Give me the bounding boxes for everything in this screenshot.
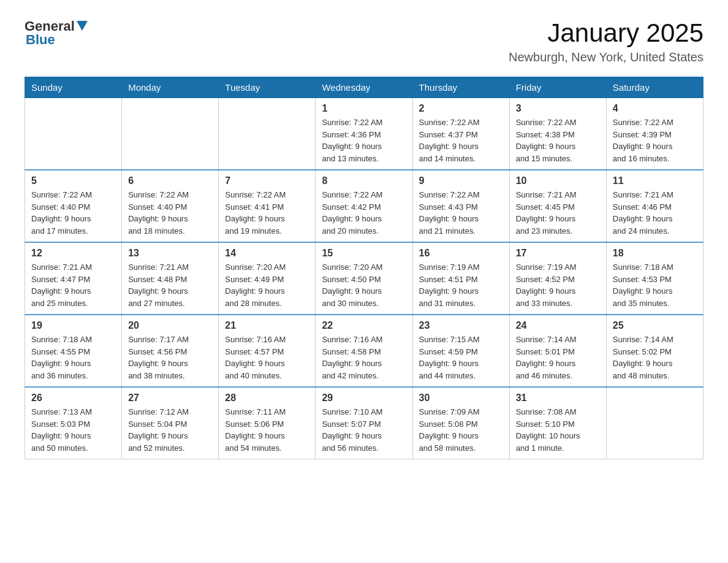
calendar-cell: 20Sunrise: 7:17 AM Sunset: 4:56 PM Dayli… <box>122 315 219 387</box>
calendar-cell: 24Sunrise: 7:14 AM Sunset: 5:01 PM Dayli… <box>509 315 606 387</box>
calendar-cell: 26Sunrise: 7:13 AM Sunset: 5:03 PM Dayli… <box>25 387 122 459</box>
weekday-header-sunday: Sunday <box>25 77 122 98</box>
day-info: Sunrise: 7:16 AM Sunset: 4:57 PM Dayligh… <box>225 334 309 381</box>
day-number: 18 <box>613 248 697 259</box>
logo-text-blue: Blue <box>26 32 55 48</box>
calendar-cell: 10Sunrise: 7:21 AM Sunset: 4:45 PM Dayli… <box>509 170 606 242</box>
day-info: Sunrise: 7:22 AM Sunset: 4:42 PM Dayligh… <box>322 189 406 237</box>
day-info: Sunrise: 7:12 AM Sunset: 5:04 PM Dayligh… <box>128 406 212 454</box>
calendar-cell: 28Sunrise: 7:11 AM Sunset: 5:06 PM Dayli… <box>219 387 316 459</box>
calendar-cell: 6Sunrise: 7:22 AM Sunset: 4:40 PM Daylig… <box>122 170 219 242</box>
calendar-cell: 27Sunrise: 7:12 AM Sunset: 5:04 PM Dayli… <box>122 387 219 459</box>
day-number: 5 <box>31 175 115 186</box>
weekday-header-friday: Friday <box>509 77 606 98</box>
calendar-cell: 7Sunrise: 7:22 AM Sunset: 4:41 PM Daylig… <box>219 170 316 242</box>
day-info: Sunrise: 7:22 AM Sunset: 4:41 PM Dayligh… <box>225 189 309 237</box>
calendar-cell: 9Sunrise: 7:22 AM Sunset: 4:43 PM Daylig… <box>412 170 509 242</box>
day-number: 1 <box>322 103 406 114</box>
day-info: Sunrise: 7:21 AM Sunset: 4:45 PM Dayligh… <box>516 189 600 237</box>
calendar-week-row: 1Sunrise: 7:22 AM Sunset: 4:36 PM Daylig… <box>25 98 703 170</box>
day-info: Sunrise: 7:17 AM Sunset: 4:56 PM Dayligh… <box>128 334 212 381</box>
calendar-cell: 4Sunrise: 7:22 AM Sunset: 4:39 PM Daylig… <box>606 98 703 170</box>
day-info: Sunrise: 7:11 AM Sunset: 5:06 PM Dayligh… <box>225 406 309 454</box>
calendar-week-row: 19Sunrise: 7:18 AM Sunset: 4:55 PM Dayli… <box>25 315 703 387</box>
logo-arrow-icon <box>77 21 88 31</box>
day-number: 27 <box>128 393 212 404</box>
weekday-header-tuesday: Tuesday <box>219 77 316 98</box>
day-number: 21 <box>225 320 309 331</box>
calendar-cell: 21Sunrise: 7:16 AM Sunset: 4:57 PM Dayli… <box>219 315 316 387</box>
page-header: General Blue January 2025 Newburgh, New … <box>25 18 703 64</box>
day-info: Sunrise: 7:21 AM Sunset: 4:47 PM Dayligh… <box>31 261 115 309</box>
day-number: 22 <box>322 320 406 331</box>
calendar-cell: 18Sunrise: 7:18 AM Sunset: 4:53 PM Dayli… <box>606 242 703 315</box>
weekday-header-saturday: Saturday <box>606 77 703 98</box>
day-number: 30 <box>419 393 503 404</box>
day-info: Sunrise: 7:22 AM Sunset: 4:39 PM Dayligh… <box>613 117 697 164</box>
day-info: Sunrise: 7:14 AM Sunset: 5:01 PM Dayligh… <box>516 334 600 381</box>
calendar-cell: 30Sunrise: 7:09 AM Sunset: 5:08 PM Dayli… <box>412 387 509 459</box>
day-info: Sunrise: 7:21 AM Sunset: 4:46 PM Dayligh… <box>613 189 697 237</box>
calendar-cell: 13Sunrise: 7:21 AM Sunset: 4:48 PM Dayli… <box>122 242 219 315</box>
day-number: 4 <box>613 103 697 114</box>
day-number: 11 <box>613 175 697 186</box>
calendar-cell: 31Sunrise: 7:08 AM Sunset: 5:10 PM Dayli… <box>509 387 606 459</box>
day-number: 6 <box>128 175 212 186</box>
calendar-cell: 5Sunrise: 7:22 AM Sunset: 4:40 PM Daylig… <box>25 170 122 242</box>
calendar-cell: 25Sunrise: 7:14 AM Sunset: 5:02 PM Dayli… <box>606 315 703 387</box>
day-number: 10 <box>516 175 600 186</box>
day-number: 12 <box>31 248 115 259</box>
day-number: 29 <box>322 393 406 404</box>
day-number: 14 <box>225 248 309 259</box>
day-info: Sunrise: 7:15 AM Sunset: 4:59 PM Dayligh… <box>419 334 503 381</box>
calendar-cell: 2Sunrise: 7:22 AM Sunset: 4:37 PM Daylig… <box>412 98 509 170</box>
day-number: 2 <box>419 103 503 114</box>
calendar-week-row: 12Sunrise: 7:21 AM Sunset: 4:47 PM Dayli… <box>25 242 703 315</box>
calendar-cell <box>606 387 703 459</box>
weekday-header-thursday: Thursday <box>412 77 509 98</box>
calendar-cell: 16Sunrise: 7:19 AM Sunset: 4:51 PM Dayli… <box>412 242 509 315</box>
svg-marker-0 <box>77 21 88 31</box>
calendar-cell: 23Sunrise: 7:15 AM Sunset: 4:59 PM Dayli… <box>412 315 509 387</box>
day-info: Sunrise: 7:22 AM Sunset: 4:43 PM Dayligh… <box>419 189 503 237</box>
day-number: 28 <box>225 393 309 404</box>
day-info: Sunrise: 7:18 AM Sunset: 4:55 PM Dayligh… <box>31 334 115 381</box>
weekday-header-monday: Monday <box>122 77 219 98</box>
calendar-cell: 19Sunrise: 7:18 AM Sunset: 4:55 PM Dayli… <box>25 315 122 387</box>
day-info: Sunrise: 7:08 AM Sunset: 5:10 PM Dayligh… <box>516 406 600 454</box>
calendar-cell: 14Sunrise: 7:20 AM Sunset: 4:49 PM Dayli… <box>219 242 316 315</box>
day-info: Sunrise: 7:19 AM Sunset: 4:51 PM Dayligh… <box>419 261 503 309</box>
calendar-cell: 1Sunrise: 7:22 AM Sunset: 4:36 PM Daylig… <box>316 98 412 170</box>
calendar-title: January 2025 <box>509 18 703 48</box>
calendar-cell <box>219 98 316 170</box>
day-info: Sunrise: 7:18 AM Sunset: 4:53 PM Dayligh… <box>613 261 697 309</box>
day-number: 25 <box>613 320 697 331</box>
day-info: Sunrise: 7:19 AM Sunset: 4:52 PM Dayligh… <box>516 261 600 309</box>
logo: General Blue <box>25 18 88 48</box>
calendar-cell <box>25 98 122 170</box>
day-number: 17 <box>516 248 600 259</box>
weekday-header-row: SundayMondayTuesdayWednesdayThursdayFrid… <box>25 77 703 98</box>
day-info: Sunrise: 7:22 AM Sunset: 4:40 PM Dayligh… <box>128 189 212 237</box>
calendar-cell: 29Sunrise: 7:10 AM Sunset: 5:07 PM Dayli… <box>316 387 412 459</box>
day-number: 19 <box>31 320 115 331</box>
day-info: Sunrise: 7:20 AM Sunset: 4:49 PM Dayligh… <box>225 261 309 309</box>
day-info: Sunrise: 7:20 AM Sunset: 4:50 PM Dayligh… <box>322 261 406 309</box>
calendar-cell: 22Sunrise: 7:16 AM Sunset: 4:58 PM Dayli… <box>316 315 412 387</box>
calendar-cell: 3Sunrise: 7:22 AM Sunset: 4:38 PM Daylig… <box>509 98 606 170</box>
day-number: 15 <box>322 248 406 259</box>
day-number: 13 <box>128 248 212 259</box>
calendar-table: SundayMondayTuesdayWednesdayThursdayFrid… <box>25 77 703 459</box>
day-info: Sunrise: 7:22 AM Sunset: 4:36 PM Dayligh… <box>322 117 406 164</box>
title-block: January 2025 Newburgh, New York, United … <box>509 18 703 64</box>
calendar-week-row: 26Sunrise: 7:13 AM Sunset: 5:03 PM Dayli… <box>25 387 703 459</box>
day-number: 23 <box>419 320 503 331</box>
day-info: Sunrise: 7:13 AM Sunset: 5:03 PM Dayligh… <box>31 406 115 454</box>
day-number: 24 <box>516 320 600 331</box>
day-number: 20 <box>128 320 212 331</box>
day-info: Sunrise: 7:22 AM Sunset: 4:37 PM Dayligh… <box>419 117 503 164</box>
calendar-cell: 12Sunrise: 7:21 AM Sunset: 4:47 PM Dayli… <box>25 242 122 315</box>
calendar-cell: 15Sunrise: 7:20 AM Sunset: 4:50 PM Dayli… <box>316 242 412 315</box>
day-info: Sunrise: 7:10 AM Sunset: 5:07 PM Dayligh… <box>322 406 406 454</box>
calendar-week-row: 5Sunrise: 7:22 AM Sunset: 4:40 PM Daylig… <box>25 170 703 242</box>
